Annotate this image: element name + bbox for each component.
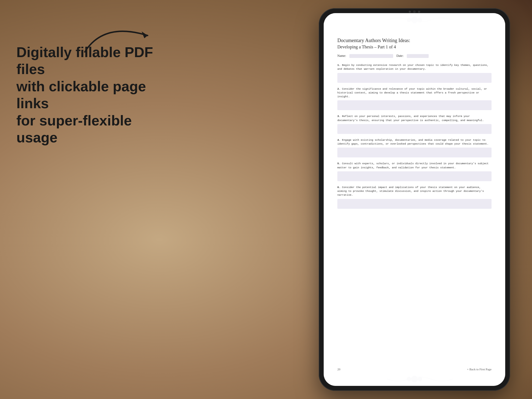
marketing-text: Digitally fillable PDF fileswith clickab… [16, 44, 153, 146]
date-label: Date: [396, 54, 404, 58]
pdf-item-4: 4. Engage with existing scholarship, doc… [337, 138, 492, 158]
pdf-name-date-row: Name: Date: [337, 54, 492, 58]
camera-dot-center [413, 10, 416, 13]
tablet-body: Documentary Authors Writing Ideas: Devel… [319, 8, 510, 391]
pdf-input-6[interactable] [337, 199, 492, 209]
pdf-input-2[interactable] [337, 100, 492, 110]
pdf-item-1-text: 1. Begin by conducting extensive researc… [337, 63, 492, 71]
pdf-input-3[interactable] [337, 124, 492, 134]
left-panel: Digitally fillable PDF fileswith clickab… [16, 44, 153, 146]
camera-dot-left [409, 11, 411, 13]
pdf-item-3: 3. Reflect on your personal interests, p… [337, 115, 492, 134]
pdf-title-section: Documentary Authors Writing Ideas: Devel… [337, 38, 492, 49]
pdf-document: Documentary Authors Writing Ideas: Devel… [324, 13, 505, 386]
pdf-item-5-text: 5. Consult with experts, scholars, or in… [337, 162, 492, 170]
pdf-item-5: 5. Consult with experts, scholars, or in… [337, 162, 492, 181]
date-input-field[interactable] [407, 54, 429, 58]
pdf-page-footer: 20 + Back to First Page [337, 368, 492, 371]
pdf-input-5[interactable] [337, 171, 492, 181]
page-number: 20 [337, 368, 340, 371]
pdf-item-6-text: 6. Consider the potential impact and imp… [337, 186, 492, 197]
tablet: Documentary Authors Writing Ideas: Devel… [319, 8, 510, 391]
name-label: Name: [337, 54, 346, 58]
pdf-item-6: 6. Consider the potential impact and imp… [337, 186, 492, 209]
pdf-item-3-text: 3. Reflect on your personal interests, p… [337, 115, 492, 122]
pdf-input-1[interactable] [337, 73, 492, 83]
name-input-field[interactable] [349, 54, 393, 58]
pdf-item-2-text: 2. Consider the significance and relevan… [337, 87, 492, 99]
svg-point-5 [411, 376, 418, 382]
pdf-header-decoration [324, 13, 505, 27]
pdf-input-4[interactable] [337, 148, 492, 157]
pdf-title: Documentary Authors Writing Ideas: [337, 38, 492, 43]
camera-dot-right [418, 11, 420, 13]
pdf-subtitle: Developing a Thesis – Part 1 of 4 [337, 45, 492, 49]
back-to-first-link[interactable]: + Back to First Page [467, 368, 492, 371]
svg-point-3 [418, 18, 422, 22]
svg-point-6 [418, 377, 422, 381]
pdf-item-2: 2. Consider the significance and relevan… [337, 87, 492, 110]
pdf-item-4-text: 4. Engage with existing scholarship, doc… [337, 138, 492, 146]
pdf-item-1: 1. Begin by conducting extensive researc… [337, 63, 492, 83]
tablet-screen: Documentary Authors Writing Ideas: Devel… [324, 13, 505, 386]
tablet-camera [409, 10, 420, 13]
svg-point-2 [411, 17, 418, 23]
pdf-footer-decoration [324, 372, 505, 386]
